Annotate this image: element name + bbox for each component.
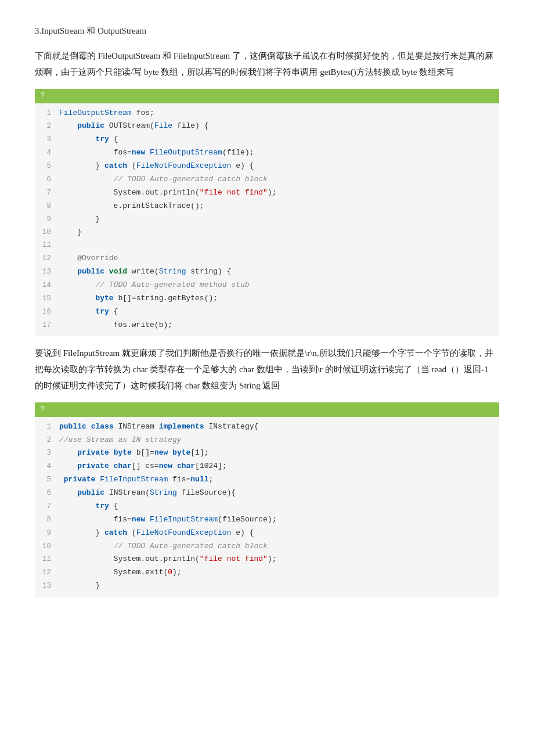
table-row: 7 try { <box>35 500 499 513</box>
table-row: 4 fos=new FileOutputStream(file); <box>35 146 499 160</box>
table-row: 1 FileOutputStream fos; <box>35 107 499 120</box>
code-lines-2: 1 public class INStream implements INstr… <box>35 417 499 597</box>
code-lines-1: 1 FileOutputStream fos; 2 public OUTStre… <box>35 103 499 337</box>
table-row: 8 e.printStackTrace(); <box>35 200 499 213</box>
table-row: 7 System.out.println("file not find"); <box>35 186 499 200</box>
code-block-2-header: ? <box>35 402 499 417</box>
table-row: 2 public OUTStream(File file) { <box>35 120 499 133</box>
table-row: 10 // TODO Auto-generated catch block <box>35 540 499 553</box>
paragraph-1: 下面就是倒霉的 FileOutputStream 和 FileInputStre… <box>35 48 499 81</box>
table-row: 9 } catch (FileNotFoundException e) { <box>35 527 499 540</box>
table-row: 16 try { <box>35 305 499 319</box>
table-row: 2 //use Stream as IN strategy <box>35 434 499 447</box>
table-row: 4 private char[] cs=new char[1024]; <box>35 460 499 473</box>
table-row: 8 fis=new FileInputStream(fileSource); <box>35 513 499 527</box>
table-row: 11 <box>35 239 499 252</box>
paragraph-2: 要说到 FileInputStream 就更麻烦了我们判断他是否换行的唯一依据就… <box>35 345 499 394</box>
table-row: 11 System.out.println("file not find"); <box>35 553 499 566</box>
section-heading: 3.InputStream 和 OutputStream <box>35 23 499 39</box>
table-row: 5 private FileInputStream fis=null; <box>35 473 499 487</box>
table-row: 15 byte b[]=string.getBytes(); <box>35 292 499 305</box>
table-row: 17 fos.write(b); <box>35 319 499 332</box>
table-row: 3 private byte b[]=new byte[1]; <box>35 447 499 460</box>
table-row: 5 } catch (FileNotFoundException e) { <box>35 160 499 173</box>
table-row: 6 public INStream(String fileSource){ <box>35 487 499 500</box>
table-row: 13 public void write(String string) { <box>35 265 499 279</box>
table-row: 6 // TODO Auto-generated catch block <box>35 173 499 186</box>
code-block-1-header: ? <box>35 89 499 103</box>
table-row: 3 try { <box>35 133 499 146</box>
table-row: 9 } <box>35 213 499 226</box>
table-row: 1 public class INStream implements INstr… <box>35 420 499 434</box>
table-row: 12 System.exit(0); <box>35 566 499 579</box>
code-block-1: ? 1 FileOutputStream fos; 2 public OUTSt… <box>35 89 499 337</box>
code-block-2: ? 1 public class INStream implements INs… <box>35 402 499 597</box>
table-row: 10 } <box>35 226 499 239</box>
table-row: 14 // TODO Auto-generated method stub <box>35 279 499 292</box>
table-row: 13 } <box>35 579 499 593</box>
table-row: 12 @Override <box>35 252 499 265</box>
